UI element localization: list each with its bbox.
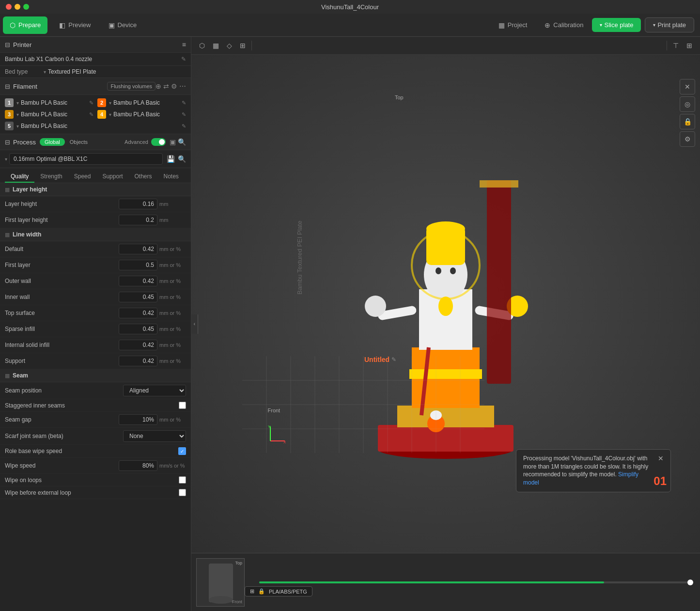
flushing-volumes-button[interactable]: Flushing volumes <box>107 82 156 91</box>
scarf-joint-seam-label: Scarf joint seam (beta) <box>5 433 123 439</box>
filament-2-edit[interactable]: ✎ <box>182 100 186 106</box>
nav-tab-project[interactable]: ▦ Project <box>490 14 536 36</box>
settings-scroll[interactable]: ▦ Layer height Layer height mm First lay… <box>0 183 191 611</box>
nav-tab-prepare[interactable]: ⬡ Prepare <box>3 16 47 34</box>
filament-3-name[interactable]: Bambu PLA Basic <box>21 111 87 118</box>
filament-item-4: 4 ▾ Bambu PLA Basic ✎ <box>97 109 186 120</box>
filament-sync-icon[interactable]: ⇄ <box>163 82 169 90</box>
plate-icon-2: 🔒 <box>258 588 265 595</box>
filament-4-name[interactable]: Bambu PLA Basic <box>113 111 180 118</box>
role-base-wipe-speed-label: Role base wipe speed <box>5 448 178 454</box>
close-button[interactable] <box>6 4 12 10</box>
process-save-icon[interactable]: ▣ <box>170 138 176 146</box>
line-width-outer-wall-input[interactable] <box>119 276 157 286</box>
3d-view-icon[interactable]: ⬡ <box>195 39 209 52</box>
filament-1-name[interactable]: Bambu PLA Basic <box>21 99 87 106</box>
line-width-support-input[interactable] <box>119 356 157 366</box>
layer-height-input[interactable] <box>119 199 157 209</box>
filament-4-edit[interactable]: ✎ <box>182 111 186 118</box>
role-base-wipe-speed-checkbox[interactable]: ✓ <box>178 447 186 455</box>
maximize-button[interactable] <box>23 4 29 10</box>
filament-settings-icon[interactable]: ⚙ <box>171 82 177 90</box>
nav-tab-device[interactable]: ▣ Device <box>100 14 146 36</box>
filament-1-edit[interactable]: ✎ <box>89 100 93 106</box>
notification-close-button[interactable]: ✕ <box>658 454 664 462</box>
seam-position-select[interactable]: Aligned Random Nearest <box>123 385 186 396</box>
slice-button-label: Slice plate <box>604 21 633 29</box>
wipe-on-loops-checkbox[interactable] <box>179 476 186 484</box>
viewport-3d[interactable]: Bambu Textured PEI Plate Untitled ✎ Fron… <box>191 55 700 553</box>
slice-dropdown-arrow: ▾ <box>600 22 602 28</box>
nav-tab-calibration[interactable]: ⊕ Calibration <box>536 14 592 36</box>
filament-add-icon[interactable]: ⊕ <box>156 82 161 90</box>
line-width-top-surface-input[interactable] <box>119 308 157 318</box>
filament-5-edit[interactable]: ✎ <box>182 123 186 129</box>
profile-save-icon[interactable]: 💾 <box>167 155 175 163</box>
profile-search-icon[interactable]: 🔍 <box>178 155 186 163</box>
printer-settings-icon[interactable]: ≡ <box>182 41 186 48</box>
scarf-joint-seam-select[interactable]: None External All <box>123 430 186 442</box>
print-view-icon[interactable]: ⊞ <box>683 39 696 52</box>
plate-info-bar: ⊞ 🔒 PLA/ABS/PETG <box>245 586 312 596</box>
printer-edit-icon[interactable]: ✎ <box>181 56 186 63</box>
slider-thumb[interactable] <box>687 580 693 585</box>
printer-name: Bambu Lab X1 Carbon 0.4 nozzle <box>5 56 179 63</box>
layer-slider[interactable] <box>249 553 700 611</box>
process-tab-global[interactable]: Global <box>40 138 65 146</box>
window-controls[interactable] <box>6 4 29 10</box>
bed-type-value[interactable]: Textured PEI Plate <box>48 68 96 75</box>
seam-group-header[interactable]: ▦ Seam <box>0 369 191 382</box>
support-icon[interactable]: ⊤ <box>669 39 683 52</box>
panel-collapse-toggle[interactable]: ‹ <box>191 314 198 334</box>
process-search-icon[interactable]: 🔍 <box>178 138 186 146</box>
vp-close-icon[interactable]: ✕ <box>680 79 695 94</box>
line-width-group-header[interactable]: ▦ Line width <box>0 228 191 241</box>
tab-strength[interactable]: Strength <box>34 171 68 183</box>
vp-hide-icon[interactable]: ◎ <box>680 96 695 112</box>
line-width-first-layer-input[interactable] <box>119 260 157 270</box>
shape-icon[interactable]: ◇ <box>222 39 236 52</box>
viewport-right-tools: ✕ ◎ 🔒 ⚙ <box>680 79 695 147</box>
filament-2-arrow: ▾ <box>109 100 111 106</box>
first-layer-height-input[interactable] <box>119 215 157 225</box>
filament-5-name[interactable]: Bambu PLA Basic <box>21 123 180 129</box>
line-width-default-input[interactable] <box>119 244 157 254</box>
line-width-inner-wall-input[interactable] <box>119 292 157 302</box>
filament-2-name[interactable]: Bambu PLA Basic <box>113 99 180 106</box>
staggered-inner-seams-checkbox[interactable] <box>179 402 186 409</box>
layer-height-group-header[interactable]: ▦ Layer height <box>0 183 191 196</box>
axes-indicator: X Y <box>268 424 287 443</box>
vp-settings-icon[interactable]: ⚙ <box>680 131 695 147</box>
layer-icon[interactable]: ⊞ <box>236 39 249 52</box>
process-tab-objects[interactable]: Objects <box>65 138 93 146</box>
line-width-outer-wall-unit: mm or % <box>159 278 186 284</box>
tab-speed[interactable]: Speed <box>68 171 97 183</box>
seam-gap-input[interactable] <box>119 414 157 425</box>
line-width-group-title: Line width <box>13 231 41 238</box>
wipe-on-loops-row: Wipe on loops <box>0 474 191 486</box>
vp-lock-icon[interactable]: 🔒 <box>680 114 695 129</box>
line-width-group-icon: ▦ <box>5 232 10 238</box>
tab-notes[interactable]: Notes <box>157 171 184 183</box>
line-width-internal-solid-infill-input[interactable] <box>119 340 157 350</box>
wipe-speed-input[interactable] <box>119 460 157 471</box>
svg-rect-19 <box>480 180 518 188</box>
top-label: Top <box>395 94 404 100</box>
print-button[interactable]: ▾ Print plate <box>645 17 694 32</box>
advanced-toggle[interactable] <box>151 138 166 146</box>
slice-button[interactable]: ▾ Slice plate <box>592 18 641 32</box>
filament-number-5: 5 <box>5 122 14 130</box>
grid-view-icon[interactable]: ▦ <box>209 39 222 52</box>
profile-name[interactable]: 0.16mm Optimal @BBL X1C <box>9 153 163 165</box>
line-width-sparse-infill-input[interactable] <box>119 324 157 334</box>
nav-tab-preview[interactable]: ◧ Preview <box>50 14 99 36</box>
filament-more-icon[interactable]: ⋯ <box>179 82 186 90</box>
wipe-before-external-loop-row: Wipe before external loop <box>0 486 191 499</box>
wipe-before-external-loop-checkbox[interactable] <box>179 489 186 496</box>
filament-3-edit[interactable]: ✎ <box>89 111 93 118</box>
tab-support[interactable]: Support <box>96 171 128 183</box>
tab-others[interactable]: Others <box>128 171 157 183</box>
minimize-button[interactable] <box>15 4 20 10</box>
tab-quality[interactable]: Quality <box>5 171 34 183</box>
profile-arrow: ▾ <box>5 157 7 162</box>
